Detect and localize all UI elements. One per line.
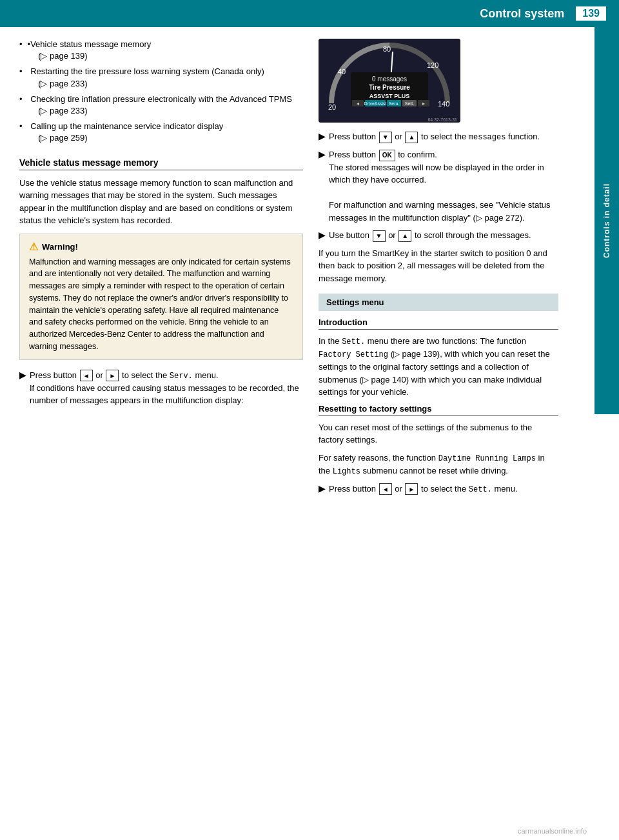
vehicle-status-body: Use the vehicle status message memory fu… [19,177,303,227]
svg-text:80: 80 [383,45,391,53]
bullet-ref-4: (▷ page 259) [30,133,88,143]
ok-button[interactable]: OK [379,150,395,161]
warning-box: ⚠ Warning! Malfunction and warning messa… [19,234,303,360]
display-image: 20 40 80 120 140 0 messages Tire Pressur… [319,39,460,123]
up-button[interactable]: ▲ [405,132,418,143]
svg-text:►: ► [422,101,426,106]
intro-body: In the Sett. menu there are two function… [319,335,558,399]
daytime-code: Daytime Running Lamps [438,454,536,463]
factory-setting-code: Factory Setting [319,350,388,359]
list-item: • Vehicle status message memory (▷ page … [19,39,303,62]
list-item: • Calling up the maintenance service ind… [19,121,303,144]
svg-text:Sett.: Sett. [405,101,414,106]
action-2-arrow: ▶ [319,130,325,143]
messages-code: messages [469,133,506,142]
bullet-ref-1: (▷ page 139) [30,51,88,61]
lights-code: Lights [333,467,360,476]
action-4-arrow: ▶ [319,229,325,242]
action-3-text: Press button OK to confirm. The stored m… [329,148,558,224]
action-5-text: Press button ◄ or ► to select the Sett. … [329,483,518,495]
left-button[interactable]: ◄ [80,370,93,381]
svg-text:Tire Pressure: Tire Pressure [369,84,410,91]
action-2: ▶ Press button ▼ or ▲ to select the mess… [319,130,558,143]
action-1-arrow: ▶ [19,369,26,407]
sidebar-label: Controls in detail [602,183,611,258]
svg-text:20: 20 [328,103,336,111]
resetting-body1: You can reset most of the settings of th… [319,421,558,446]
action-4-text: Use button ▼ or ▲ to scroll through the … [329,229,531,242]
svg-text:64.32-7613-31: 64.32-7613-31 [427,117,457,122]
watermark: carmanualsonline.info [518,827,587,835]
action-3-arrow: ▶ [319,148,325,224]
action-2-text: Press button ▼ or ▲ to select the messag… [329,130,540,143]
action-5-arrow: ▶ [319,483,325,495]
svg-text:40: 40 [338,68,346,75]
main-content: • Vehicle status message memory (▷ page … [0,27,619,512]
svg-text:0 messages: 0 messages [372,75,407,83]
svg-text:◄: ◄ [356,101,360,106]
sett-left-button[interactable]: ◄ [379,483,392,495]
list-item: • Checking tire inflation pressure elect… [19,94,303,117]
resetting-heading: Resetting to factory settings [319,404,558,416]
action-3: ▶ Press button OK to confirm. The stored… [319,148,558,224]
header-bar: Control system 139 [0,0,619,27]
svg-text:ASSVST PLUS: ASSVST PLUS [369,93,410,99]
bullet-text-4: Calling up the maintenance service indic… [30,121,223,131]
left-column: • Vehicle status message memory (▷ page … [19,39,303,501]
down-button[interactable]: ▼ [379,132,392,143]
svg-text:120: 120 [427,61,438,69]
bullet-text-3: Checking tire inflation pressure electro… [30,94,292,104]
action-1-text: Press button ◄ or ► to select the Serv. … [30,369,303,407]
vehicle-status-heading: Vehicle status message memory [19,157,303,170]
svg-text:DriveAssist: DriveAssist [364,101,386,106]
warning-text: Malfunction and warning messages are onl… [29,256,293,353]
sett-menu-code: Sett. [469,485,492,494]
svg-text:Seru.: Seru. [389,101,400,106]
bullet-ref-2: (▷ page 233) [30,79,88,88]
resetting-body2: For safety reasons, the function Daytime… [319,452,558,477]
bullet-text-2: Restarting the tire pressure loss warnin… [30,66,264,76]
bullet-ref-3: (▷ page 233) [30,106,88,115]
info-text: If you turn the SmartKey in the starter … [319,247,558,285]
list-item: • Restarting the tire pressure loss warn… [19,66,303,89]
sidebar-tab: Controls in detail [594,27,619,414]
right-button[interactable]: ► [106,370,119,381]
warning-icon: ⚠ [29,241,38,253]
scroll-down-button[interactable]: ▼ [373,230,386,242]
warning-label: Warning! [42,242,78,252]
svg-text:140: 140 [438,100,449,108]
action-5: ▶ Press button ◄ or ► to select the Sett… [319,483,558,495]
scroll-up-button[interactable]: ▲ [398,230,411,242]
sett-code: Sett. [342,337,365,346]
right-column: 20 40 80 120 140 0 messages Tire Pressur… [319,39,587,501]
action-1: ▶ Press button ◄ or ► to select the Serv… [19,369,303,407]
warning-title: ⚠ Warning! [29,241,293,253]
settings-menu-box: Settings menu [319,294,558,311]
header-title: Control system [480,7,564,21]
bullet-list: • Vehicle status message memory (▷ page … [19,39,303,145]
serv-menu-code: Serv. [170,372,193,381]
page-number: 139 [576,6,606,21]
action-4: ▶ Use button ▼ or ▲ to scroll through th… [319,229,558,242]
bullet-text-1: Vehicle status message memory [30,39,151,49]
sett-right-button[interactable]: ► [405,483,418,495]
introduction-heading: Introduction [319,317,558,330]
